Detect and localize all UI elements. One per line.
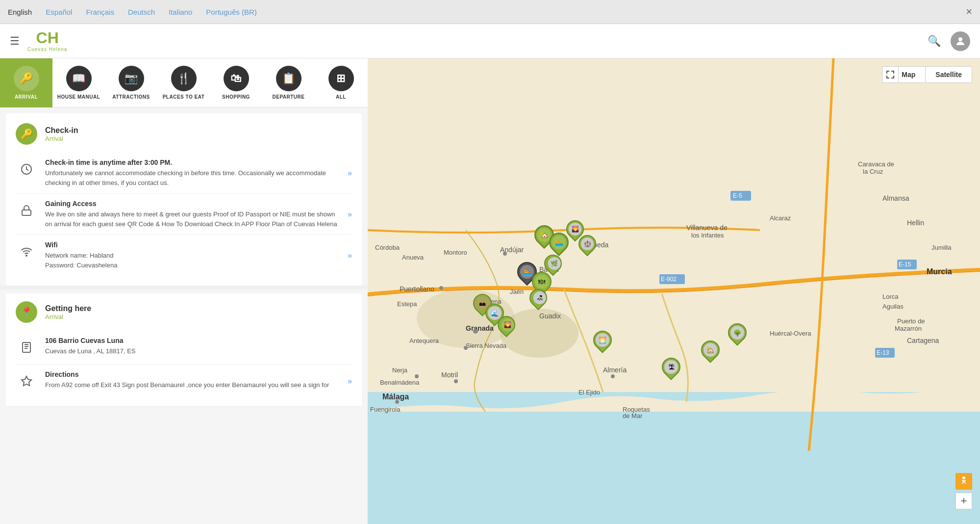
directions-row[interactable]: Directions From A92 come off Exit 43 Sig… (16, 365, 352, 398)
places-to-eat-icon: 🍴 (171, 66, 197, 91)
map-pin-13[interactable]: 🏝 (662, 358, 680, 376)
satellite-view-button[interactable]: Satellite (926, 67, 972, 82)
map-pin-7[interactable]: 🌿 (544, 255, 562, 272)
map-expand-button[interactable] (882, 66, 899, 83)
svg-text:Murcia: Murcia (927, 267, 952, 276)
gaining-access-content: Gaining Access We live on site and alway… (45, 200, 340, 229)
getting-here-header-text: Getting here Arrival (45, 304, 91, 320)
svg-text:Almería: Almería (603, 366, 627, 374)
lang-english[interactable]: English (8, 8, 32, 16)
cat-arrival-label: ARRIVAL (15, 94, 38, 100)
checkin-time-row[interactable]: Check-in time is anytime after 3:00 PM. … (16, 153, 352, 194)
attractions-icon: 📷 (119, 66, 144, 91)
hamburger-menu[interactable]: ☰ (10, 35, 20, 48)
svg-marker-8 (22, 376, 31, 386)
cat-shopping[interactable]: 🛍 SHOPPING (210, 58, 262, 107)
map-pin-4[interactable]: 🏰 (578, 235, 596, 253)
cat-attractions-label: ATTRACTIONS (112, 94, 150, 100)
svg-point-0 (958, 37, 962, 41)
svg-point-69 (464, 346, 468, 350)
svg-text:Benalmádena: Benalmádena (380, 379, 420, 386)
map-view-toggle: Map Satellite (891, 66, 972, 83)
header-actions: 🔍 (928, 31, 970, 51)
language-bar: English Español Français Deutsch Italian… (0, 0, 980, 24)
cat-departure[interactable]: 📋 DEPARTURE (262, 58, 315, 107)
lang-portuguese[interactable]: Português (BR) (206, 8, 256, 16)
app-logo: CH Cuevas Helena (27, 30, 67, 52)
svg-text:Huércal-Overa: Huércal-Overa (770, 330, 811, 337)
svg-text:Villanueva de: Villanueva de (686, 224, 728, 232)
cat-places-to-eat-label: PLACES TO EAT (163, 94, 205, 100)
map-pin-14[interactable]: 🏡 (701, 341, 720, 359)
checkin-header-icon: 🔑 (16, 123, 37, 145)
svg-text:E-15: E-15 (899, 261, 911, 268)
map-pin-10[interactable]: 🌄 (498, 316, 515, 334)
svg-text:Mazarrón: Mazarrón (895, 325, 922, 332)
lang-francais[interactable]: Français (86, 8, 114, 16)
checkin-time-content: Check-in time is anytime after 3:00 PM. … (45, 158, 340, 187)
checkin-title: Check-in (45, 126, 78, 135)
cat-house-manual-label: HOUSE MANUAL (57, 94, 101, 100)
svg-point-67 (415, 374, 419, 378)
wifi-text: Network name: Habland Password: Cuevashe… (45, 251, 340, 270)
directions-arrow[interactable]: » (348, 377, 352, 386)
directions-text: From A92 come off Exit 43 Sign post Bena… (45, 380, 340, 390)
lang-espanol[interactable]: Español (46, 8, 72, 16)
address-title: 106 Barrio Cuevas Luna (45, 337, 352, 344)
svg-text:Antequera: Antequera (409, 337, 439, 344)
svg-point-61 (503, 252, 507, 256)
lang-deutsch[interactable]: Deutsch (128, 8, 155, 16)
gaining-access-arrow[interactable]: » (348, 210, 352, 219)
checkin-time-arrow[interactable]: » (348, 169, 352, 178)
search-icon[interactable]: 🔍 (928, 35, 941, 48)
logo-ch-letters: CH (36, 30, 59, 46)
checkin-time-text: Unfortunately we cannot accommodate chec… (45, 168, 340, 187)
cat-all-label: ALL (336, 94, 346, 100)
gaining-access-row[interactable]: Gaining Access We live on site and alway… (16, 194, 352, 235)
cat-places-to-eat[interactable]: 🍴 PLACES TO EAT (157, 58, 210, 107)
cat-all[interactable]: ⊞ ALL (315, 58, 367, 107)
svg-text:Montoro: Montoro (444, 249, 467, 256)
map-pin-12[interactable]: 🌅 (593, 331, 612, 349)
cat-attractions[interactable]: 📷 ATTRACTIONS (105, 58, 157, 107)
departure-icon: 📋 (276, 66, 302, 91)
checkin-subtitle: Arrival (45, 135, 78, 142)
map-pin-6[interactable]: 🍽 (532, 272, 552, 291)
lang-italiano[interactable]: Italiano (169, 8, 192, 16)
cat-house-manual[interactable]: 📖 HOUSE MANUAL (52, 58, 105, 107)
user-avatar[interactable] (951, 31, 970, 51)
svg-rect-2 (22, 210, 31, 215)
street-view-button[interactable] (955, 473, 972, 490)
svg-point-65 (454, 379, 458, 383)
wifi-title: Wifi (45, 241, 340, 249)
zoom-in-button[interactable]: + (955, 493, 972, 509)
left-panel: 🔑 ARRIVAL 📖 HOUSE MANUAL 📷 ATTRACTIONS 🍴… (0, 58, 368, 524)
close-button[interactable]: × (966, 5, 972, 18)
wifi-icon (16, 241, 37, 262)
svg-text:Motril: Motril (441, 371, 458, 379)
map-pin-11[interactable]: 🏖 (529, 289, 547, 307)
gaining-access-title: Gaining Access (45, 200, 340, 208)
svg-text:E-902: E-902 (661, 276, 677, 283)
cat-shopping-label: SHOPPING (222, 94, 250, 100)
map-pin-2[interactable]: 🏊 (549, 233, 569, 252)
wifi-arrow[interactable]: » (348, 251, 352, 260)
svg-point-3 (26, 255, 27, 256)
checkin-header: 🔑 Check-in Arrival (16, 123, 352, 145)
address-row[interactable]: 106 Barrio Cuevas Luna Cuevas de Luna , … (16, 331, 352, 365)
wifi-row[interactable]: Wifi Network name: Habland Password: Cue… (16, 235, 352, 276)
cat-departure-label: DEPARTURE (273, 94, 305, 100)
svg-text:E-5: E-5 (733, 192, 742, 199)
directions-content: Directions From A92 come off Exit 43 Sig… (45, 370, 340, 390)
section-divider (0, 286, 368, 289)
svg-text:Sierra Nevada: Sierra Nevada (466, 342, 507, 349)
svg-text:Nerja: Nerja (392, 367, 408, 374)
app-header: ☰ CH Cuevas Helena 🔍 (0, 24, 980, 58)
house-manual-icon: 📖 (66, 66, 92, 91)
cat-arrival[interactable]: 🔑 ARRIVAL (0, 58, 52, 107)
directions-icon (16, 370, 37, 392)
svg-text:Fuengirola: Fuengirola (370, 406, 401, 413)
directions-title: Directions (45, 370, 340, 378)
svg-text:Córdoba: Córdoba (375, 244, 400, 251)
map-pin-15[interactable]: 🌳 (728, 323, 747, 342)
